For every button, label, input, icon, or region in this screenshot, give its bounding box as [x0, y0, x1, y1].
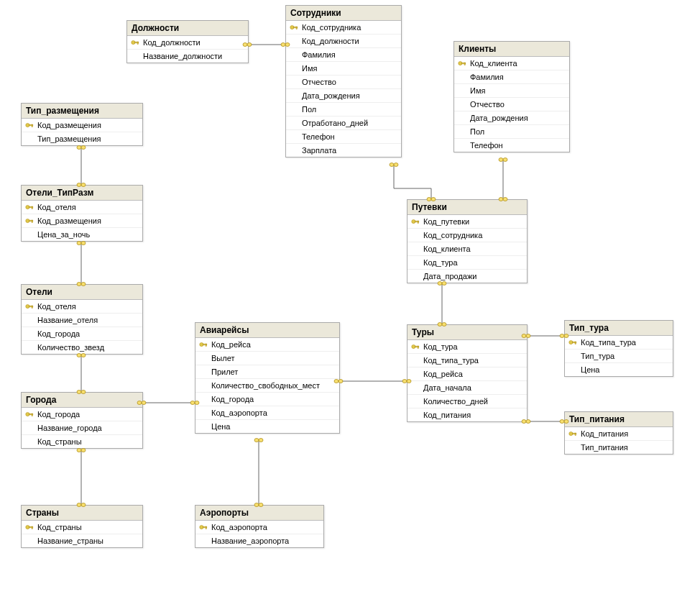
table-klienty[interactable]: КлиентыКод_клиентаФамилияИмяОтчествоДата… [453, 41, 570, 152]
table-title[interactable]: Путевки [407, 200, 527, 215]
column-row[interactable]: Количество_дней [407, 394, 527, 408]
column-name: Код_города [37, 410, 80, 419]
table-title[interactable]: Города [22, 393, 142, 408]
table-title[interactable]: Туры [407, 325, 527, 340]
column-row[interactable]: Пол [454, 124, 569, 138]
column-row[interactable]: Код_типа_тура [565, 336, 673, 349]
table-title[interactable]: Тип_питания [565, 412, 673, 427]
svg-point-82 [503, 158, 507, 162]
column-row[interactable]: Количество_звезд [22, 340, 142, 354]
column-row[interactable]: Тип_тура [565, 349, 673, 362]
table-tip_razm[interactable]: Тип_размещенияКод_размещенияТип_размещен… [21, 103, 143, 146]
column-row[interactable]: Код_рейса [195, 338, 339, 351]
column-row[interactable]: Код_страны [22, 521, 142, 534]
column-row[interactable]: Дата_рождения [286, 88, 401, 102]
table-body: Код_городаНазвание_городаКод_страны [22, 408, 142, 448]
table-strany[interactable]: СтраныКод_страныНазвание_страны [21, 505, 143, 548]
column-row[interactable]: Код_тура [407, 255, 527, 269]
column-row[interactable]: Отчество [454, 97, 569, 111]
table-title[interactable]: Сотрудники [286, 6, 401, 21]
column-name: Количество_свободных_мест [211, 381, 320, 390]
table-title[interactable]: Отели_ТипРазм [22, 186, 142, 201]
table-aeroporty[interactable]: АэропортыКод_аэропортаНазвание_аэропорта [195, 505, 324, 548]
column-name: Код_должности [143, 38, 201, 47]
column-row[interactable]: Количество_свободных_мест [195, 378, 339, 392]
column-row[interactable]: Цена [195, 419, 339, 433]
column-row[interactable]: Цена_за_ночь [22, 227, 142, 241]
table-oteli_tiprazm[interactable]: Отели_ТипРазмКод_отеляКод_размещенияЦена… [21, 185, 143, 242]
table-tury[interactable]: ТурыКод_тураКод_типа_тураКод_рейсаДата_н… [407, 324, 528, 422]
table-title[interactable]: Страны [22, 506, 142, 521]
column-row[interactable]: Прилет [195, 365, 339, 378]
column-row[interactable]: Фамилия [286, 47, 401, 61]
primary-key-icon [24, 522, 34, 532]
column-row[interactable]: Имя [286, 61, 401, 75]
column-row[interactable]: Код_отеля [22, 300, 142, 313]
table-title[interactable]: Тип_размещения [22, 104, 142, 119]
column-row[interactable]: Код_питания [407, 408, 527, 421]
column-row[interactable]: Код_города [195, 392, 339, 406]
svg-point-42 [569, 432, 573, 435]
column-name: Код_города [211, 395, 254, 403]
column-row[interactable]: Отчество [286, 75, 401, 88]
column-row[interactable]: Телефон [454, 138, 569, 152]
column-row[interactable]: Код_путевки [407, 215, 527, 228]
column-row[interactable]: Код_города [22, 408, 142, 421]
table-tip_tura[interactable]: Тип_тураКод_типа_тураТип_тураЦена [564, 320, 673, 377]
table-putevki[interactable]: ПутевкиКод_путевкиКод_сотрудникаКод_клие… [407, 199, 528, 283]
column-row[interactable]: Код_клиента [407, 242, 527, 255]
table-oteli[interactable]: ОтелиКод_отеляНазвание_отеляКод_городаКо… [21, 284, 143, 355]
table-title[interactable]: Аэропорты [195, 506, 323, 521]
column-row[interactable]: Фамилия [454, 70, 569, 83]
column-row[interactable]: Тип_питания [565, 440, 673, 454]
column-row[interactable]: Название_должности [127, 49, 248, 63]
column-row[interactable]: Дата_рождения [454, 111, 569, 124]
column-row[interactable]: Название_города [22, 421, 142, 434]
column-row[interactable]: Код_города [22, 327, 142, 340]
table-dolzhnosti[interactable]: ДолжностиКод_должностиНазвание_должности [126, 20, 249, 63]
column-row[interactable]: Пол [286, 102, 401, 116]
column-row[interactable]: Дата_начала [407, 380, 527, 394]
table-title[interactable]: Авиарейсы [195, 323, 339, 338]
column-row[interactable]: Код_сотрудника [407, 228, 527, 242]
table-title[interactable]: Отели [22, 285, 142, 300]
column-row[interactable]: Код_аэропорта [195, 406, 339, 419]
table-body: Код_аэропортаНазвание_аэропорта [195, 521, 323, 547]
column-row[interactable]: Код_тура [407, 340, 527, 353]
column-row[interactable]: Код_размещения [22, 214, 142, 227]
column-name: Пол [302, 105, 316, 114]
table-aviareisy[interactable]: АвиарейсыКод_рейсаВылетПрилетКоличество_… [195, 322, 340, 434]
column-row[interactable]: Название_отеля [22, 313, 142, 327]
column-row[interactable]: Код_аэропорта [195, 521, 323, 534]
column-name: Дата_продажи [423, 272, 476, 280]
column-row[interactable]: Код_питания [565, 427, 673, 440]
table-body: Код_должностиНазвание_должности [127, 36, 248, 63]
column-row[interactable]: Код_должности [286, 34, 401, 47]
column-row[interactable]: Код_типа_тура [407, 353, 527, 367]
table-title[interactable]: Тип_тура [565, 321, 673, 336]
column-row[interactable]: Зарплата [286, 143, 401, 157]
column-row[interactable]: Отработано_дней [286, 116, 401, 129]
table-title[interactable]: Должности [127, 21, 248, 36]
column-row[interactable]: Телефон [286, 129, 401, 143]
column-row[interactable]: Код_должности [127, 36, 248, 49]
column-row[interactable]: Цена [565, 362, 673, 376]
column-row[interactable]: Вылет [195, 351, 339, 365]
column-row[interactable]: Тип_размещения [22, 132, 142, 145]
svg-rect-41 [575, 342, 576, 344]
table-sotrudniki[interactable]: СотрудникиКод_сотрудникаКод_должностиФам… [285, 5, 402, 157]
column-row[interactable]: Название_страны [22, 534, 142, 547]
column-row[interactable]: Код_клиента [454, 57, 569, 70]
column-row[interactable]: Код_сотрудника [286, 21, 401, 34]
column-row[interactable]: Название_аэропорта [195, 534, 323, 547]
column-row[interactable]: Код_страны [22, 434, 142, 448]
svg-rect-11 [32, 124, 32, 127]
column-row[interactable]: Код_отеля [22, 201, 142, 214]
table-tip_pitaniya[interactable]: Тип_питанияКод_питанияТип_питания [564, 411, 673, 455]
column-row[interactable]: Дата_продажи [407, 269, 527, 283]
table-title[interactable]: Клиенты [454, 42, 569, 57]
column-row[interactable]: Код_размещения [22, 119, 142, 132]
column-row[interactable]: Код_рейса [407, 367, 527, 380]
column-row[interactable]: Имя [454, 83, 569, 97]
table-goroda[interactable]: ГородаКод_городаНазвание_городаКод_стран… [21, 392, 143, 449]
